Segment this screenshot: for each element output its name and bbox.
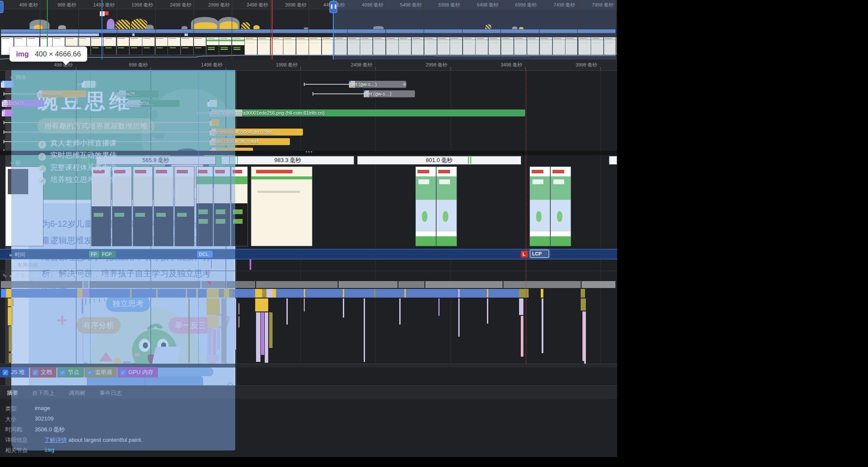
timeline-overview[interactable]: 498 毫秒998 毫秒1498 毫秒1998 毫秒2498 毫秒2998 毫秒…	[0, 0, 617, 60]
filmstrip-thumbnail[interactable]	[142, 37, 155, 55]
call-frame[interactable]	[521, 316, 523, 357]
overview-tick-label: 998 毫秒	[57, 2, 76, 8]
overview-tick-label: 498 毫秒	[19, 2, 38, 8]
frame-screenshot[interactable]	[415, 166, 436, 246]
filmstrip-thumbnail[interactable]	[244, 37, 257, 55]
overview-gridline	[462, 0, 463, 60]
frame-duration-bar[interactable]: 801.0 毫秒	[357, 156, 521, 165]
overview-gridline	[309, 0, 309, 60]
thumb-row	[208, 49, 215, 50]
call-frame[interactable]	[584, 311, 586, 364]
call-frame[interactable]	[265, 312, 268, 363]
timing-badge-l[interactable]: L	[521, 251, 528, 258]
frame-tick	[470, 156, 471, 164]
event-segment[interactable]	[404, 289, 406, 298]
task-bar[interactable]	[582, 281, 615, 288]
element-size-tooltip: img400 × 4666.66	[10, 46, 87, 62]
thumb-line	[257, 191, 300, 193]
event-segment[interactable]	[262, 289, 266, 298]
detail-tick	[600, 67, 601, 70]
event-segment[interactable]	[1, 289, 6, 298]
call-frame[interactable]	[399, 298, 401, 325]
cpu-activity-mound	[304, 27, 308, 29]
cpu-activity-mound	[146, 25, 154, 29]
task-bar[interactable]	[256, 281, 338, 288]
filmstrip-thumbnail[interactable]	[257, 37, 270, 55]
event-segment[interactable]	[541, 289, 543, 298]
overview-tick-label: 1998 毫秒	[132, 2, 153, 8]
event-segment[interactable]	[519, 289, 529, 298]
network-request-bar[interactable]: get (gw-s…)	[364, 90, 415, 97]
call-frame[interactable]	[581, 298, 586, 311]
task-bar[interactable]	[398, 281, 424, 288]
frame-screenshot[interactable]	[436, 166, 457, 246]
filmstrip-thumbnail[interactable]	[168, 37, 181, 55]
cpu-activity-mound	[181, 26, 187, 29]
thumb-title	[53, 38, 61, 39]
call-frame[interactable]	[458, 298, 460, 337]
call-frame[interactable]	[286, 298, 288, 325]
selection-handle-right[interactable]: ❚❚	[329, 1, 337, 13]
call-frame[interactable]	[256, 312, 260, 362]
thumb-row	[220, 49, 228, 50]
filmstrip-thumbnail[interactable]	[283, 37, 296, 55]
panel-resize-handle[interactable]	[238, 303, 242, 315]
thumb-title	[246, 38, 253, 39]
filmstrip-thumbnail[interactable]	[232, 37, 245, 55]
filmstrip-thumbnail[interactable]	[129, 37, 142, 55]
event-segment[interactable]	[6, 289, 11, 298]
event-segment[interactable]	[343, 289, 344, 298]
call-frame[interactable]	[542, 298, 543, 353]
frame-screenshot[interactable]	[251, 166, 312, 246]
frame-tick	[468, 156, 469, 164]
filmstrip-thumbnail[interactable]	[116, 37, 129, 55]
call-frame[interactable]	[304, 298, 305, 311]
event-segment[interactable]	[458, 289, 460, 298]
frame-screenshot[interactable]	[529, 166, 550, 246]
event-segment[interactable]	[374, 289, 375, 298]
filmstrip-thumbnail[interactable]	[181, 37, 194, 55]
filmstrip-thumbnail[interactable]	[309, 37, 322, 55]
network-request-bar[interactable]: get (gw-s…)	[349, 81, 406, 88]
task-bar[interactable]	[425, 281, 503, 288]
checkbox-checked-icon[interactable]: ✓	[3, 370, 8, 375]
detail-tick-label: 2498 毫秒	[351, 62, 372, 68]
mobile-device-frame: 欢乐童年公司 其他学科 首页 豌豆思维 用有趣的方式培养底层数理思维	[5, 10, 237, 456]
thumb-body	[219, 41, 231, 46]
call-frame[interactable]	[487, 298, 488, 324]
task-bar[interactable]	[503, 281, 581, 288]
filmstrip-thumbnail[interactable]	[155, 37, 168, 55]
event-segment[interactable]	[304, 289, 305, 298]
call-frame[interactable]	[255, 298, 268, 311]
frame-screenshot[interactable]	[550, 166, 571, 246]
thumb-title	[131, 38, 138, 39]
thumb-line	[283, 40, 296, 40]
filmstrip-thumbnail[interactable]	[296, 37, 309, 55]
task-bar[interactable]	[339, 281, 398, 288]
thumb-hero-title	[533, 179, 543, 184]
event-segment[interactable]	[266, 289, 273, 298]
frame-duration-bar[interactable]: 983.3 毫秒	[221, 156, 354, 165]
event-segment[interactable]	[487, 289, 488, 298]
call-frame[interactable]	[364, 298, 365, 362]
event-segment[interactable]	[273, 289, 276, 298]
thumb-title	[194, 38, 202, 39]
call-frame[interactable]	[438, 298, 440, 316]
filmstrip-thumbnail[interactable]	[206, 37, 219, 55]
call-frame[interactable]	[269, 312, 273, 348]
filmstrip-thumbnail[interactable]	[219, 37, 232, 55]
edit-pencil-icon[interactable]: ✎	[3, 273, 7, 279]
event-segment[interactable]	[581, 289, 585, 298]
network-request-bar[interactable]: 64c215abb102a90001ede256.png (hll-coin.6…	[210, 109, 525, 116]
filmstrip-thumbnail[interactable]	[103, 37, 116, 55]
call-frame[interactable]	[519, 298, 523, 315]
thumb-title	[143, 38, 151, 39]
filmstrip-thumbnail[interactable]	[193, 37, 206, 55]
call-frame[interactable]	[343, 298, 344, 318]
selection-handle-left[interactable]	[0, 1, 3, 13]
call-frame[interactable]	[261, 312, 264, 355]
thumb-row	[92, 47, 99, 48]
timing-badge-lcp[interactable]: LCP	[530, 250, 549, 258]
thumb-title	[438, 170, 450, 173]
event-segment[interactable]	[255, 289, 262, 298]
